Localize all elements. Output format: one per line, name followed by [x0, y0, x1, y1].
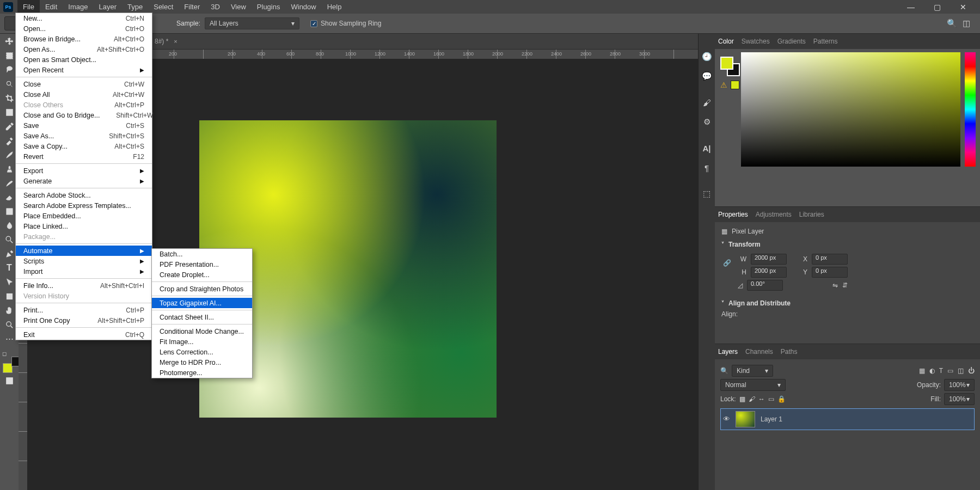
- menu-item[interactable]: Photomerge...: [152, 367, 252, 378]
- menu-item[interactable]: Open as Smart Object...: [16, 54, 152, 65]
- tab-channels[interactable]: Channels: [745, 348, 773, 356]
- maximize-button[interactable]: ▢: [929, 3, 945, 11]
- hand-tool-icon[interactable]: [2, 304, 17, 317]
- menu-image[interactable]: Image: [63, 0, 93, 14]
- frame-tool-icon[interactable]: [2, 106, 17, 119]
- filter-shape-icon[interactable]: ▭: [947, 367, 953, 375]
- menu-item[interactable]: Automate▶: [16, 246, 152, 256]
- quick-mask-icon[interactable]: [2, 374, 17, 387]
- path-select-tool-icon[interactable]: [2, 275, 17, 289]
- menu-item[interactable]: Conditional Mode Change...: [152, 326, 252, 336]
- tab-adjustments[interactable]: Adjustments: [756, 211, 792, 218]
- menu-item[interactable]: Export▶: [16, 166, 152, 176]
- filter-pixel-icon[interactable]: ▦: [919, 367, 925, 375]
- menu-item[interactable]: File Info...Alt+Shift+Ctrl+I: [16, 280, 152, 291]
- filter-smart-icon[interactable]: ◫: [958, 367, 964, 375]
- menu-item[interactable]: Merge to HDR Pro...: [152, 357, 252, 367]
- blend-mode-dropdown[interactable]: Normal▾: [720, 379, 786, 391]
- default-colors-icon[interactable]: ◻: [2, 351, 7, 357]
- menu-type[interactable]: Type: [122, 0, 148, 14]
- healing-brush-tool-icon[interactable]: [2, 134, 17, 147]
- type-tool-icon[interactable]: T: [2, 261, 17, 274]
- menu-item[interactable]: New...Ctrl+N: [16, 13, 152, 23]
- align-section-header[interactable]: Align and Distribute: [721, 299, 973, 307]
- menu-item[interactable]: Place Linked...: [16, 221, 152, 231]
- menu-item[interactable]: Open...Ctrl+O: [16, 23, 152, 34]
- menu-item[interactable]: Scripts▶: [16, 256, 152, 266]
- filter-adjust-icon[interactable]: ◐: [929, 367, 935, 375]
- lock-pos-icon[interactable]: ↔: [758, 395, 765, 403]
- lock-all-icon[interactable]: 🔒: [777, 395, 786, 403]
- history-brush-tool-icon[interactable]: [2, 176, 17, 189]
- menu-item[interactable]: Print One CopyAlt+Shift+Ctrl+P: [16, 315, 152, 326]
- tab-paths[interactable]: Paths: [781, 348, 798, 356]
- search-icon[interactable]: 🔍: [947, 19, 957, 28]
- angle-input[interactable]: 0.00°: [747, 280, 783, 291]
- tab-layers[interactable]: Layers: [718, 348, 738, 356]
- marquee-tool-icon[interactable]: [2, 49, 17, 62]
- clone-stamp-tool-icon[interactable]: [2, 162, 17, 175]
- flip-v-icon[interactable]: ⇵: [842, 281, 848, 289]
- character-panel-icon[interactable]: A|: [702, 138, 710, 158]
- visibility-toggle-icon[interactable]: 👁: [723, 415, 730, 423]
- menu-view[interactable]: View: [225, 0, 252, 14]
- layer-thumbnail[interactable]: [736, 411, 755, 427]
- menu-item[interactable]: Crop and Straighten Photos: [152, 284, 252, 294]
- menu-window[interactable]: Window: [285, 0, 321, 14]
- menu-item[interactable]: Save a Copy...Alt+Ctrl+S: [16, 141, 152, 151]
- menu-item[interactable]: Topaz Gigapixel AI...: [152, 298, 252, 308]
- blur-tool-icon[interactable]: [2, 219, 17, 232]
- menu-file[interactable]: File: [17, 0, 40, 14]
- paragraph-panel-icon[interactable]: ¶: [705, 158, 709, 177]
- menu-item[interactable]: ExitCtrl+Q: [16, 329, 152, 340]
- menu-item[interactable]: Browse in Bridge...Alt+Ctrl+O: [16, 34, 152, 44]
- menu-filter[interactable]: Filter: [179, 0, 205, 14]
- menu-item[interactable]: Fit Image...: [152, 336, 252, 347]
- menu-item[interactable]: Contact Sheet II...: [152, 312, 252, 322]
- closest-color-swatch[interactable]: [731, 81, 739, 89]
- menu-item[interactable]: Create Droplet...: [152, 270, 252, 280]
- tab-patterns[interactable]: Patterns: [813, 38, 838, 45]
- eraser-tool-icon[interactable]: [2, 191, 17, 204]
- more-tools-icon[interactable]: ⋯: [2, 332, 17, 345]
- x-input[interactable]: 0 px: [812, 254, 848, 265]
- sample-dropdown[interactable]: All Layers ▾: [205, 17, 299, 29]
- menu-item[interactable]: Lens Correction...: [152, 347, 252, 357]
- menu-plugins[interactable]: Plugins: [252, 0, 286, 14]
- opacity-input[interactable]: 100%▾: [944, 379, 975, 391]
- y-input[interactable]: 0 px: [812, 267, 848, 278]
- menu-layer[interactable]: Layer: [94, 0, 122, 14]
- 3d-panel-icon[interactable]: ⬚: [703, 184, 710, 204]
- menu-item[interactable]: SaveCtrl+S: [16, 120, 152, 131]
- menu-item[interactable]: Import▶: [16, 266, 152, 277]
- filter-type-icon[interactable]: T: [939, 367, 943, 375]
- brush-tool-icon[interactable]: [2, 148, 17, 161]
- quick-select-tool-icon[interactable]: [2, 77, 17, 90]
- menu-item[interactable]: PDF Presentation...: [152, 259, 252, 270]
- workspace-switcher-icon[interactable]: ◫: [963, 19, 970, 28]
- sampling-ring-checkbox[interactable]: ✓: [310, 20, 317, 27]
- dodge-tool-icon[interactable]: [2, 233, 17, 246]
- brush-settings-icon[interactable]: 🖌: [703, 93, 711, 112]
- width-input[interactable]: 2000 px: [751, 254, 787, 265]
- comments-panel-icon[interactable]: 💬: [702, 66, 712, 86]
- lock-trans-icon[interactable]: ▩: [739, 395, 745, 403]
- tab-properties[interactable]: Properties: [718, 211, 748, 218]
- menu-3d[interactable]: 3D: [205, 0, 225, 14]
- gamut-warning[interactable]: ⚠: [720, 81, 739, 89]
- menu-item[interactable]: Open Recent▶: [16, 65, 152, 75]
- menu-item[interactable]: Search Adobe Express Templates...: [16, 200, 152, 211]
- menu-item[interactable]: RevertF12: [16, 151, 152, 162]
- menu-item[interactable]: Print...Ctrl+P: [16, 305, 152, 315]
- document-tab-title[interactable]: 8#) *: [155, 38, 168, 45]
- flip-h-icon[interactable]: ⇋: [832, 281, 838, 289]
- adjustments-panel-icon[interactable]: ⚙: [703, 112, 710, 132]
- tab-libraries[interactable]: Libraries: [799, 211, 824, 218]
- fg-swatch[interactable]: [720, 57, 733, 70]
- lock-nest-icon[interactable]: ▭: [768, 395, 774, 403]
- menu-item[interactable]: Batch...: [152, 249, 252, 259]
- gradient-tool-icon[interactable]: [2, 205, 17, 218]
- menu-item[interactable]: Close and Go to Bridge...Shift+Ctrl+W: [16, 110, 152, 120]
- menu-help[interactable]: Help: [322, 0, 347, 14]
- move-tool-icon[interactable]: [2, 35, 17, 48]
